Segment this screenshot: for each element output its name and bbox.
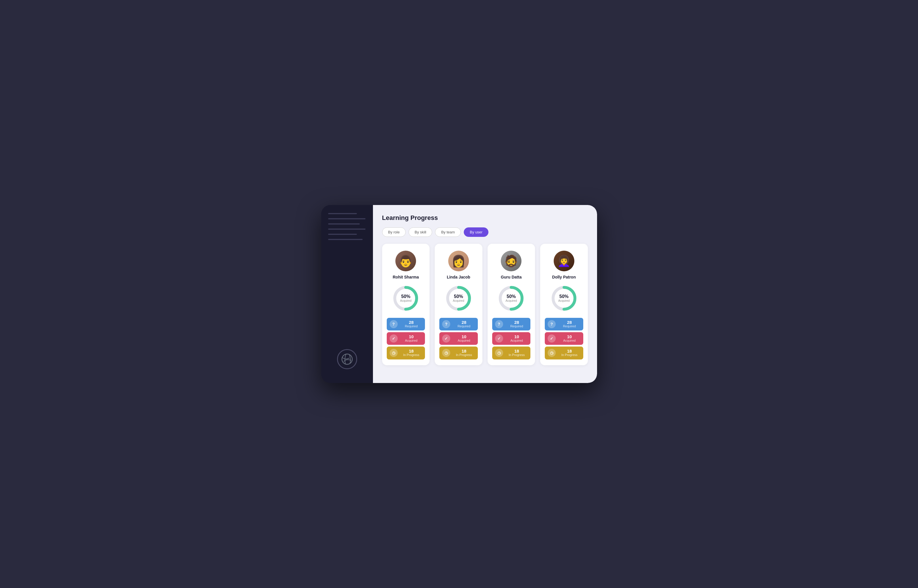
- acquired-icon-guru: ✓: [495, 334, 503, 342]
- stat-badges-dolly: ? 28 Required ✓ 10 Acquired ◷ 18 In Prog…: [545, 318, 583, 359]
- badge-required-rohit: ? 28 Required: [387, 318, 425, 330]
- donut-percent-dolly: 50%: [558, 294, 570, 299]
- sidebar: [321, 205, 373, 383]
- sidebar-nav-item-1: [328, 213, 357, 214]
- badge-acquired-guru: ✓ 10 Acquired: [492, 332, 531, 345]
- tab-by-role[interactable]: By role: [382, 228, 406, 237]
- progress-label-dolly: In Progress: [562, 353, 578, 357]
- progress-count-rohit: 18: [409, 349, 414, 353]
- badge-acquired-linda: ✓ 10 Acquired: [439, 332, 478, 345]
- tab-by-skill[interactable]: By skill: [409, 228, 432, 237]
- sidebar-nav-item-3: [328, 223, 360, 225]
- progress-count-dolly: 18: [567, 349, 572, 353]
- badge-required-linda: ? 28 Required: [439, 318, 478, 330]
- avatar-dolly: [554, 250, 574, 271]
- badge-progress-linda: ◷ 18 In Progress: [439, 347, 478, 359]
- tab-by-team[interactable]: By team: [435, 228, 461, 237]
- tab-by-user[interactable]: By user: [464, 228, 489, 237]
- stat-badges-rohit: ? 28 Required ✓ 10 Acquired ◷ 18 In Prog…: [387, 318, 425, 359]
- acquired-label-linda: Acquired: [458, 339, 470, 342]
- donut-percent-linda: 50%: [453, 294, 464, 299]
- progress-label-linda: In Progress: [456, 353, 472, 357]
- acquired-icon-linda: ✓: [442, 334, 450, 342]
- page-title: Learning Progress: [382, 214, 588, 222]
- device-frame: Learning Progress By role By skill By te…: [321, 205, 597, 383]
- stat-badges-guru: ? 28 Required ✓ 10 Acquired ◷ 18 In Prog…: [492, 318, 531, 359]
- user-card-guru: Guru Datta 50% Acquired ? 28 Required ✓: [487, 244, 535, 365]
- acquired-icon-rohit: ✓: [390, 334, 398, 342]
- required-label-linda: Required: [457, 325, 470, 328]
- user-name-linda: Linda Jacob: [447, 275, 470, 279]
- progress-label-guru: In Progress: [508, 353, 525, 357]
- progress-count-linda: 18: [461, 349, 466, 353]
- donut-label-guru: Acquired: [506, 299, 517, 303]
- user-cards-grid: Rohit Sharma 50% Acquired ? 28 Required …: [382, 244, 588, 365]
- badge-required-dolly: ? 28 Required: [545, 318, 583, 330]
- avatar-rohit: [395, 250, 416, 271]
- donut-chart-rohit: 50% Acquired: [391, 284, 420, 313]
- progress-icon-dolly: ◷: [548, 349, 556, 357]
- acquired-label-dolly: Acquired: [563, 339, 575, 342]
- progress-label-rohit: In Progress: [403, 353, 419, 357]
- filter-tabs: By role By skill By team By user: [382, 228, 588, 237]
- required-count-dolly: 28: [567, 320, 572, 325]
- donut-chart-guru: 50% Acquired: [497, 284, 526, 313]
- required-label-rohit: Required: [405, 325, 418, 328]
- sidebar-nav-item-6: [328, 239, 363, 240]
- donut-chart-dolly: 50% Acquired: [550, 284, 578, 313]
- acquired-count-rohit: 10: [409, 334, 414, 339]
- progress-icon-guru: ◷: [495, 349, 503, 357]
- progress-icon-rohit: ◷: [390, 349, 398, 357]
- badge-acquired-rohit: ✓ 10 Acquired: [387, 332, 425, 345]
- donut-chart-linda: 50% Acquired: [444, 284, 473, 313]
- user-name-guru: Guru Datta: [501, 275, 521, 279]
- progress-count-guru: 18: [514, 349, 519, 353]
- avatar-guru: [501, 250, 521, 271]
- badge-progress-rohit: ◷ 18 In Progress: [387, 347, 425, 359]
- sidebar-nav-item-5: [328, 234, 357, 235]
- acquired-label-rohit: Acquired: [405, 339, 418, 342]
- required-count-linda: 28: [461, 320, 466, 325]
- donut-label-linda: Acquired: [453, 299, 464, 303]
- user-card-rohit: Rohit Sharma 50% Acquired ? 28 Required …: [382, 244, 430, 365]
- sidebar-nav-item-2: [328, 218, 366, 219]
- badge-required-guru: ? 28 Required: [492, 318, 531, 330]
- acquired-label-guru: Acquired: [511, 339, 523, 342]
- badge-acquired-dolly: ✓ 10 Acquired: [545, 332, 583, 345]
- acquired-icon-dolly: ✓: [548, 334, 556, 342]
- sidebar-nav-item-4: [328, 229, 366, 230]
- dribbble-icon: [337, 349, 357, 369]
- user-name-rohit: Rohit Sharma: [393, 275, 419, 279]
- donut-percent-rohit: 50%: [400, 294, 411, 299]
- required-label-guru: Required: [510, 325, 523, 328]
- donut-percent-guru: 50%: [506, 294, 517, 299]
- required-icon-guru: ?: [495, 320, 503, 328]
- donut-label-dolly: Acquired: [558, 299, 570, 303]
- required-label-dolly: Required: [563, 325, 576, 328]
- avatar-linda: [448, 250, 469, 271]
- badge-progress-dolly: ◷ 18 In Progress: [545, 347, 583, 359]
- stat-badges-linda: ? 28 Required ✓ 10 Acquired ◷ 18 In Prog…: [439, 318, 478, 359]
- user-card-linda: Linda Jacob 50% Acquired ? 28 Required ✓: [435, 244, 482, 365]
- required-count-guru: 28: [514, 320, 519, 325]
- progress-icon-linda: ◷: [442, 349, 450, 357]
- required-count-rohit: 28: [409, 320, 414, 325]
- acquired-count-dolly: 10: [567, 334, 572, 339]
- acquired-count-guru: 10: [514, 334, 519, 339]
- user-name-dolly: Dolly Patron: [552, 275, 576, 279]
- badge-progress-guru: ◷ 18 In Progress: [492, 347, 531, 359]
- required-icon-rohit: ?: [390, 320, 398, 328]
- sidebar-logo: [337, 349, 357, 369]
- main-content: Learning Progress By role By skill By te…: [373, 205, 597, 383]
- donut-label-rohit: Acquired: [400, 299, 411, 303]
- acquired-count-linda: 10: [461, 334, 466, 339]
- required-icon-dolly: ?: [548, 320, 556, 328]
- user-card-dolly: Dolly Patron 50% Acquired ? 28 Required …: [540, 244, 588, 365]
- required-icon-linda: ?: [442, 320, 450, 328]
